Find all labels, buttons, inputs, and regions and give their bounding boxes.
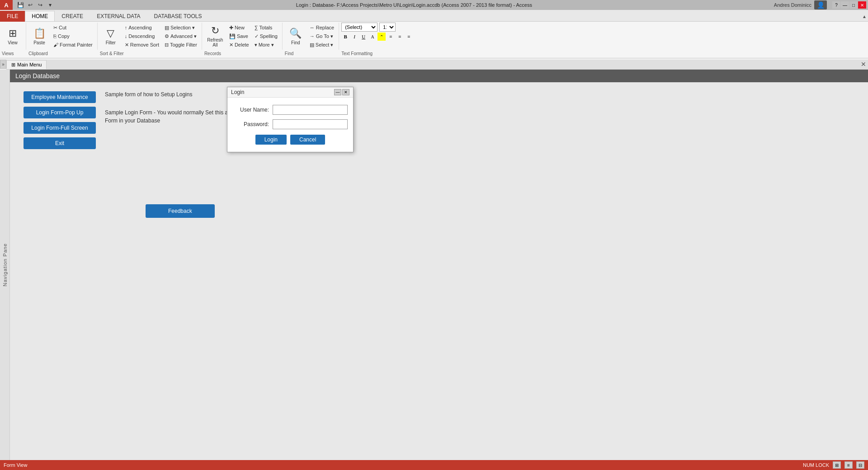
refresh-button[interactable]: ↻ Refresh All [204, 23, 226, 50]
tab-home[interactable]: HOME [25, 11, 55, 22]
divider-2 [97, 23, 98, 50]
login-button[interactable]: Login [255, 135, 287, 145]
nav-pane-toggle-button[interactable]: » [0, 60, 6, 69]
font-row-2: B I U A ⌃ ≡ ≡ ≡ [341, 33, 413, 41]
records-group-label: Records [204, 51, 221, 56]
toggle-filter-button[interactable]: ⊟ Toggle Filter [162, 41, 199, 49]
close-tab-button[interactable]: ✕ [861, 61, 866, 68]
left-buttons-group: Employee Maintenance Login Form-Pop Up L… [24, 91, 96, 149]
remove-sort-button[interactable]: ✕ Remove Sort [123, 41, 161, 49]
close-button[interactable]: ✕ [858, 1, 866, 9]
align-left-button[interactable]: ≡ [387, 33, 395, 41]
qat-save-button[interactable]: 💾 [16, 1, 24, 9]
paste-button[interactable]: 📋 Paste [28, 23, 50, 50]
font-color-button[interactable]: A [368, 33, 377, 41]
format-painter-label: Format Painter [60, 42, 93, 47]
dialog-title-label: Login [231, 89, 244, 95]
new-record-button[interactable]: ✚ New [227, 24, 251, 32]
ribbon-collapse-button[interactable]: ▲ [861, 11, 868, 21]
format-painter-button[interactable]: 🖌 Format Painter [51, 41, 95, 49]
minimize-button[interactable]: — [841, 1, 849, 9]
filter-button[interactable]: ▽ Filter [100, 23, 122, 50]
refresh-label: Refresh All [206, 38, 225, 47]
copy-icon: ⎘ [53, 33, 57, 39]
sort-filter-group-label: Sort & Filter [100, 51, 124, 56]
status-layout-icon-3[interactable]: ⊟ [856, 461, 864, 469]
totals-button[interactable]: ∑ Totals [252, 24, 280, 32]
new-icon: ✚ [229, 25, 233, 31]
italic-button[interactable]: I [350, 33, 359, 41]
font-size-select[interactable]: 11 [379, 23, 396, 32]
more-records-button[interactable]: ▾ More ▾ [252, 41, 280, 49]
ascending-icon: ↑ [125, 25, 127, 30]
cut-icon: ✂ [53, 25, 57, 31]
clipboard-sub-col: ✂ Cut ⎘ Copy 🖌 Format Painter [51, 23, 95, 49]
login-form-fullscreen-button[interactable]: Login Form-Full Screen [24, 122, 96, 134]
user-avatar: 👤 [814, 0, 827, 9]
find-group-label: Find [285, 51, 293, 56]
dialog-close-button[interactable]: ✕ [342, 89, 349, 95]
ascending-button[interactable]: ↑ Ascending [123, 24, 161, 32]
user-display: Andres Dominicc 👤 [774, 0, 827, 9]
tab-database-tools[interactable]: DATABASE TOOLS [147, 11, 209, 21]
tab-bar: ⊞ Main Menu ✕ [6, 60, 868, 70]
delete-record-button[interactable]: ✕ Delete [227, 41, 251, 49]
tab-create[interactable]: CREATE [55, 11, 90, 21]
qat-redo-button[interactable]: ↪ [36, 1, 44, 9]
help-button[interactable]: ? [832, 1, 840, 9]
password-input[interactable] [273, 119, 348, 129]
exit-button[interactable]: Exit [24, 137, 96, 149]
view-button[interactable]: ⊞ View [2, 23, 24, 50]
ribbon-tabs: FILE HOME CREATE EXTERNAL DATA DATABASE … [0, 10, 868, 22]
dialog-minimize-button[interactable]: — [334, 89, 341, 95]
qat-undo-button[interactable]: ↩ [26, 1, 34, 9]
status-right: NUM LOCK ⊞ ≡ ⊟ [803, 461, 864, 469]
save-record-button[interactable]: 💾 Save [227, 32, 251, 40]
status-layout-icon-2[interactable]: ≡ [844, 461, 853, 469]
highlight-button[interactable]: ⌃ [377, 33, 386, 41]
divider-1 [26, 23, 26, 50]
login-form-popup-button[interactable]: Login Form-Pop Up [24, 107, 96, 118]
replace-button[interactable]: ↔ Replace [307, 24, 336, 32]
find-sub-col: ↔ Replace → Go To ▾ ▤ Select ▾ [307, 23, 336, 49]
status-bar: Form View NUM LOCK ⊞ ≡ ⊟ [0, 460, 868, 470]
feedback-button[interactable]: Feedback [146, 204, 215, 218]
cancel-button[interactable]: Cancel [290, 135, 325, 145]
username-input[interactable] [273, 105, 348, 115]
underline-button[interactable]: U [359, 33, 368, 41]
password-label: Password: [233, 121, 269, 127]
maximize-button[interactable]: □ [849, 1, 858, 9]
main-menu-tab[interactable]: ⊞ Main Menu [6, 60, 47, 69]
descending-button[interactable]: ↓ Descending [123, 32, 161, 40]
records-col2: ∑ Totals ✓ Spelling ▾ More ▾ [252, 23, 280, 49]
sort-filter-sub-col: ↑ Ascending ↓ Descending ✕ Remove Sort [123, 23, 161, 49]
ribbon-group-clipboard: 📋 Paste ✂ Cut ⎘ Copy 🖌 Format Painter [28, 23, 95, 57]
qat-customize-button[interactable]: ▾ [46, 1, 54, 9]
copy-button[interactable]: ⎘ Copy [51, 32, 95, 40]
dialog-body: User Name: Password: Login Cancel [227, 98, 353, 152]
select-button[interactable]: ▤ Select ▾ [307, 41, 336, 49]
advanced-button[interactable]: ⚙ Advanced ▾ [162, 32, 199, 40]
selection-label: Selection ▾ [170, 25, 195, 31]
selection-button[interactable]: ▤ Selection ▾ [162, 24, 199, 32]
paste-icon: 📋 [33, 28, 46, 39]
cut-button[interactable]: ✂ Cut [51, 24, 95, 32]
align-center-button[interactable]: ≡ [396, 33, 404, 41]
db-header: Login Database [10, 70, 868, 82]
totals-icon: ∑ [255, 25, 258, 30]
employee-maintenance-button[interactable]: Employee Maintenance [24, 91, 96, 103]
tab-icon: ⊞ [11, 62, 15, 68]
tab-file[interactable]: FILE [0, 11, 25, 22]
align-right-button[interactable]: ≡ [405, 33, 413, 41]
spelling-button[interactable]: ✓ Spelling [252, 32, 280, 40]
goto-button[interactable]: → Go To ▾ [307, 32, 336, 40]
font-name-select[interactable]: (Select) [341, 23, 377, 32]
select-label: Select ▾ [316, 42, 334, 48]
navigation-pane: Navigation Pane [0, 70, 10, 460]
find-button[interactable]: 🔍 Find [285, 23, 307, 50]
ribbon-group-sort-filter: ▽ Filter ↑ Ascending ↓ Descending ✕ Remo… [100, 23, 199, 57]
tab-external-data[interactable]: EXTERNAL DATA [90, 11, 147, 21]
descending-label: Descending [128, 33, 155, 39]
bold-button[interactable]: B [341, 33, 349, 41]
status-layout-icon-1[interactable]: ⊞ [833, 461, 841, 469]
